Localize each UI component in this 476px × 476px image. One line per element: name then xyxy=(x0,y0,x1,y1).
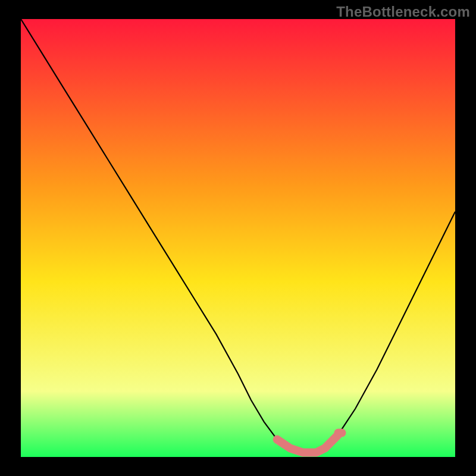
bottleneck-chart xyxy=(21,19,455,457)
watermark-text: TheBottleneck.com xyxy=(336,4,470,20)
plot-area xyxy=(21,19,455,457)
chart-stage: TheBottleneck.com xyxy=(0,0,476,476)
gradient-background xyxy=(21,19,455,457)
